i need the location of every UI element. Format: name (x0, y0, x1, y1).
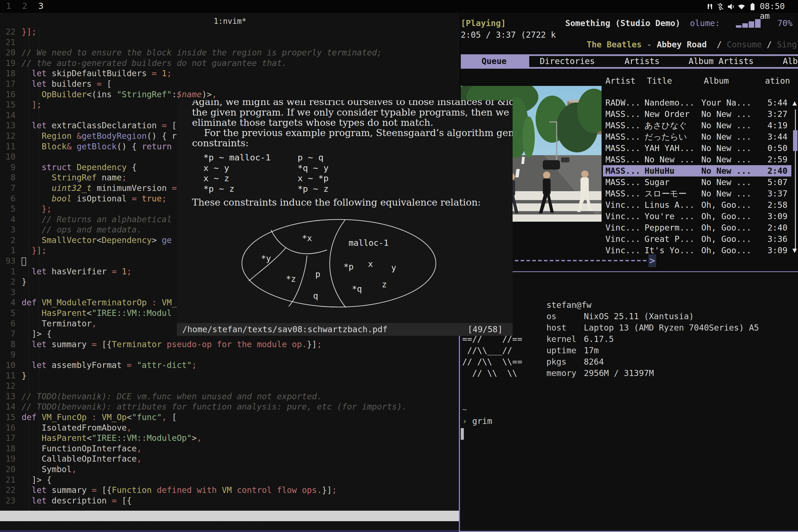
code-line[interactable]: 15def VM_FuncOp : VM_Op<"func", [ (0, 412, 460, 422)
code-line[interactable]: 20 Symbol, (0, 464, 460, 475)
pdf-page-indicator: [49/58] (468, 323, 502, 336)
code-line[interactable]: 16 IsolatedFromAbove, (0, 422, 460, 433)
diagram-label: q (313, 291, 318, 301)
line-number: 4 (0, 297, 22, 308)
tab-albums[interactable]: Alb (783, 56, 798, 66)
code-line[interactable]: 18 FunctionOpInterface, (0, 443, 460, 454)
tab-album-artists[interactable]: Album Artists (688, 56, 754, 66)
fastfetch-info-row: kernel6.17.5 (546, 333, 759, 345)
line-number: 15 (0, 412, 22, 422)
line-number: 22 (0, 485, 22, 495)
line-number: 11 (0, 141, 22, 152)
queue-header-duration: ation (765, 76, 790, 86)
diagram-label: *y (261, 253, 271, 263)
tab-queue[interactable]: Queue (481, 56, 507, 66)
queue-row[interactable]: MASS...SugarNo New ...5:07 (603, 176, 791, 188)
code-line[interactable]: 14// TODO(benvanik): attributes for func… (0, 401, 460, 412)
code-line[interactable]: 10 let assemblyFormat = "attr-dict"; (0, 360, 460, 370)
line-number: 18 (0, 68, 22, 79)
diagram-label: z (382, 280, 387, 289)
line-number: 21 (0, 475, 22, 485)
code-line[interactable]: 19 CallableOpInterface, (0, 454, 460, 464)
code-line[interactable]: 23 let description = [{ (0, 495, 460, 506)
consume-flag: Consume (727, 40, 762, 49)
line-number: 7 (0, 329, 22, 339)
line-number: 2 (0, 235, 22, 246)
code-line[interactable]: 16 OpBuilder<(ins "StringRef":$name)>, (0, 89, 460, 100)
line-number: 1 (0, 245, 22, 256)
editor-statusline: compiler/src/iree/compiler/Dialect/VM/IR… (0, 511, 460, 521)
tab-directories[interactable]: Directories (540, 56, 595, 66)
code-line[interactable]: 17 HasParent<"IREE::VM::ModuleOp">, (0, 433, 460, 443)
workspace-1[interactable]: 1 (6, 1, 11, 11)
workspace-3[interactable]: 3 (38, 1, 43, 11)
pdf-text-line: eliminate those targets whose types do n… (192, 117, 433, 128)
line-number: 17 (0, 79, 22, 89)
line-number: 8 (0, 339, 22, 350)
line-number: 19 (0, 454, 22, 464)
fastfetch-user-host: stefan@fw (546, 299, 592, 310)
queue-row-selected[interactable]: MASS...HuHuHuNo New ...2:40 (603, 165, 791, 176)
code-line[interactable]: 9 (0, 349, 460, 360)
line-number: 7 (0, 183, 22, 193)
code-line[interactable]: 21 (0, 37, 460, 48)
constraints-column-2: p ∼ q *q ∼ y x ∼ *p *p ∼ z (298, 152, 329, 194)
code-line[interactable]: 12 (0, 381, 460, 391)
pdf-text-line: Again, we might as well restrict ourselv… (192, 100, 513, 107)
line-number: 10 (0, 152, 22, 162)
code-line[interactable]: 19// the auto-generated builders do not … (0, 58, 460, 69)
command-text: grim (472, 416, 492, 426)
pdf-viewer-window[interactable]: Again, we might as well restrict ourselv… (177, 100, 513, 336)
top-bar: 1 2 3 08:50 am (0, 0, 798, 13)
code-line[interactable]: 18 let skipDefaultBuilders = 1; (0, 68, 460, 79)
queue-scrollbar-thumb[interactable] (793, 130, 797, 151)
tab-artists[interactable]: Artists (625, 56, 660, 66)
code-line[interactable]: 22}]; (0, 26, 460, 37)
queue-row[interactable]: MASS...スローモーNo New ...3:37 (603, 188, 791, 199)
code-line[interactable]: 8 let summary = [{Terminator pseudo-op f… (0, 339, 460, 350)
player-state: [Playing] (461, 18, 506, 28)
clock: 08:50 am (760, 1, 798, 21)
code-line[interactable]: 11} (0, 370, 460, 381)
queue-row[interactable]: Vinc...Linus A...Oh, Goo...2:58 (603, 199, 791, 211)
code-line[interactable]: 13// TODO(benvanik): DCE vm.func when un… (0, 391, 460, 402)
line-number: 9 (0, 162, 22, 173)
fastfetch-info-row: pkgs8264 (546, 356, 759, 367)
track-progress-bar[interactable] (515, 260, 649, 261)
diagram-label: p (315, 269, 320, 279)
workspace-2[interactable]: 2 (22, 1, 27, 11)
track-time: 2:05 / 3:37 (2722 k (461, 30, 556, 40)
scroll-up-icon[interactable]: ▲ (793, 99, 797, 107)
prompt-line[interactable]: › grim (462, 416, 492, 426)
queue-row[interactable]: Vinc...It's Yo...Oh, Goo...3:09 (603, 245, 791, 256)
queue-row[interactable]: MASS...だったらいNo New ...3:44 (603, 131, 791, 142)
volume-icon (726, 2, 735, 11)
queue-row[interactable]: MASS...YAH YAH...No New ...0:50 (603, 142, 791, 154)
code-line[interactable]: 21 ]> { (0, 475, 460, 485)
queue-row[interactable]: MASS...No New ...No New ...2:59 (603, 154, 791, 165)
line-number: 5 (0, 204, 22, 214)
code-line[interactable]: 17 let builders = [ (0, 79, 460, 89)
code-line[interactable]: 20// We need to ensure the block inside … (0, 48, 460, 58)
diagram-label: y (391, 263, 396, 273)
queue-row[interactable]: MASS...あさひなぐNo New ...4:19 (603, 120, 791, 131)
diagram-label: *p (344, 262, 354, 271)
line-number: 18 (0, 443, 22, 454)
queue-header-artist: Artist (605, 76, 635, 86)
queue-row[interactable]: Vinc...Great P...Oh, Goo...3:36 (603, 233, 791, 245)
queue-row[interactable]: RADW...Nandemo...Your Na...5:44 (603, 97, 791, 108)
queue-row[interactable]: MASS...New OrderNo New ...3:27 (603, 108, 791, 120)
line-number: 22 (0, 26, 22, 37)
constraints-column-1: *p ∼ malloc-1 x ∼ y x ∼ z *p ∼ z (203, 152, 271, 194)
fastfetch-info-row: memory2956M / 31397M (546, 367, 759, 379)
scroll-down-icon[interactable]: ▼ (793, 246, 797, 254)
diagram-label: *x (302, 233, 312, 243)
line-number: 6 (0, 318, 22, 329)
queue-row[interactable]: Vinc...You're ...Oh, Goo...3:09 (603, 211, 791, 222)
code-line[interactable]: 22 let summary = [{Function defined with… (0, 485, 460, 495)
diagram-label: *q (352, 284, 362, 294)
queue-row[interactable]: Vinc...Pepperm...Oh, Goo...2:40 (603, 222, 791, 233)
line-number: 2 (0, 277, 22, 287)
fastfetch-info-row: uptime17m (546, 345, 759, 356)
line-number: 13 (0, 120, 22, 131)
